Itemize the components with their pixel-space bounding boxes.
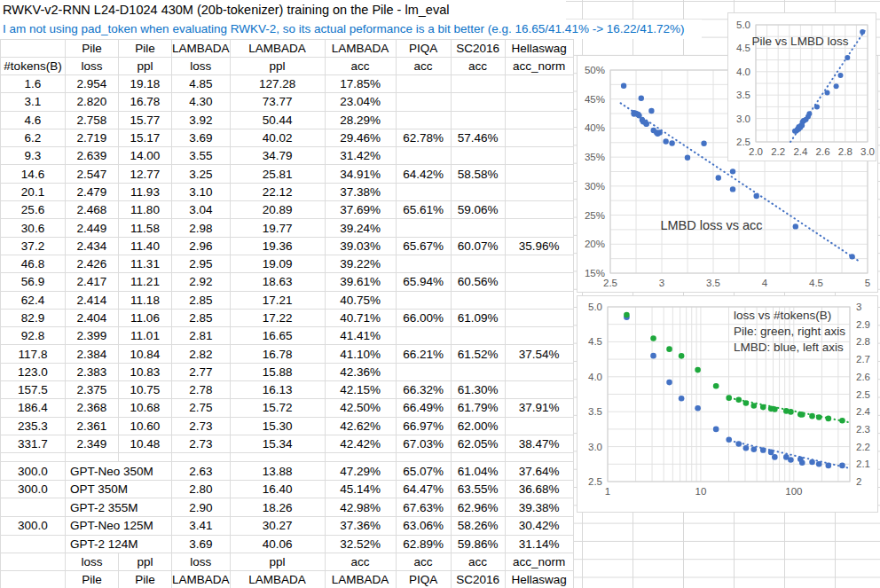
cell[interactable]: 18.26: [230, 498, 325, 517]
cell[interactable]: 37.36%: [325, 517, 396, 536]
cell[interactable]: 40.75%: [325, 291, 396, 309]
chart-loss-vs-tokens[interactable]: 1101002.53.03.54.04.55.022.12.22.32.42.5…: [577, 295, 878, 513]
cell[interactable]: Pile: [66, 571, 119, 588]
cell[interactable]: [396, 453, 451, 462]
cell[interactable]: acc: [396, 58, 451, 75]
cell[interactable]: [505, 381, 573, 399]
cell[interactable]: 56.9: [1, 273, 66, 291]
cell[interactable]: 2.375: [66, 381, 119, 399]
cell[interactable]: 11.31: [119, 255, 172, 272]
cell[interactable]: 34.91%: [325, 165, 396, 183]
cell[interactable]: 31.42%: [325, 147, 396, 165]
cell[interactable]: 41.10%: [325, 345, 396, 363]
cell[interactable]: 2.426: [66, 255, 119, 272]
cell[interactable]: 11.93: [119, 183, 172, 200]
cell[interactable]: 65.67%: [396, 237, 451, 255]
cell[interactable]: 17.22: [230, 309, 325, 326]
cell[interactable]: acc_norm: [505, 58, 573, 75]
cell[interactable]: 58.58%: [451, 165, 505, 183]
cell[interactable]: loss: [66, 58, 119, 75]
cell[interactable]: 82.9: [1, 309, 66, 326]
cell[interactable]: 20.89: [230, 201, 325, 219]
cell[interactable]: [505, 309, 573, 326]
cell[interactable]: [66, 453, 119, 462]
cell[interactable]: [451, 255, 505, 272]
cell[interactable]: 10.75: [119, 381, 172, 399]
cell[interactable]: 19.36: [230, 237, 325, 255]
cell[interactable]: 38.47%: [505, 435, 573, 452]
cell[interactable]: 62.00%: [451, 417, 505, 435]
cell[interactable]: 41.41%: [325, 327, 396, 345]
cell[interactable]: 66.97%: [396, 417, 451, 435]
cell[interactable]: LAMBADA: [325, 40, 396, 58]
cell[interactable]: SC2016: [451, 571, 505, 588]
cell[interactable]: 31.14%: [505, 535, 573, 553]
cell[interactable]: [396, 363, 451, 380]
cell[interactable]: 42.15%: [325, 381, 396, 399]
cell[interactable]: 2.73: [172, 417, 231, 435]
cell[interactable]: loss: [66, 553, 119, 571]
cell[interactable]: [172, 453, 231, 462]
cell[interactable]: 62.78%: [396, 129, 451, 146]
cell[interactable]: 2.361: [66, 417, 119, 435]
cell[interactable]: 35.96%: [505, 237, 573, 255]
cell[interactable]: Pile: [119, 571, 172, 588]
cell[interactable]: 11.18: [119, 291, 172, 309]
cell[interactable]: 2.95: [172, 255, 231, 272]
cell[interactable]: [396, 255, 451, 272]
cell[interactable]: LAMBADA: [172, 571, 231, 588]
cell[interactable]: 67.03%: [396, 435, 451, 452]
cell[interactable]: [1, 453, 66, 462]
cell[interactable]: PIQA: [396, 571, 451, 588]
cell[interactable]: 36.68%: [505, 480, 573, 498]
cell[interactable]: [451, 111, 505, 129]
cell[interactable]: 2.954: [66, 75, 119, 93]
cell[interactable]: [505, 129, 573, 146]
cell[interactable]: [451, 219, 505, 237]
cell[interactable]: LAMBADA: [325, 571, 396, 588]
cell[interactable]: 186.4: [1, 399, 66, 417]
cell[interactable]: 37.38%: [325, 183, 396, 200]
cell[interactable]: 11.21: [119, 273, 172, 291]
cell[interactable]: Pile: [119, 40, 172, 58]
cell[interactable]: 46.8: [1, 255, 66, 272]
cell[interactable]: 2.434: [66, 237, 119, 255]
cell[interactable]: 16.13: [230, 381, 325, 399]
cell[interactable]: [119, 453, 172, 462]
cell[interactable]: [451, 291, 505, 309]
cell[interactable]: #tokens(B): [1, 58, 66, 75]
chart-pile-vs-lmbd-loss[interactable]: 2.02.22.42.62.83.02.53.03.54.04.55.0Pile…: [727, 12, 876, 161]
cell[interactable]: 2.404: [66, 309, 119, 326]
cell[interactable]: 10.83: [119, 363, 172, 380]
cell[interactable]: [396, 75, 451, 93]
cell[interactable]: 45.14%: [325, 480, 396, 498]
cell[interactable]: [451, 327, 505, 345]
sheet-note-cell[interactable]: I am not using pad_token when evaluating…: [0, 20, 702, 39]
cell[interactable]: 157.5: [1, 381, 66, 399]
cell[interactable]: 42.42%: [325, 435, 396, 452]
cell[interactable]: 66.00%: [396, 309, 451, 326]
cell[interactable]: 123.0: [1, 363, 66, 380]
cell[interactable]: 2.399: [66, 327, 119, 345]
cell[interactable]: acc: [451, 553, 505, 571]
cell[interactable]: 2.639: [66, 147, 119, 165]
cell[interactable]: LAMBADA: [172, 40, 231, 58]
cell[interactable]: [1, 553, 66, 571]
cell[interactable]: loss: [172, 58, 231, 75]
cell[interactable]: LAMBADA: [230, 571, 325, 588]
cell[interactable]: 17.21: [230, 291, 325, 309]
cell[interactable]: 39.03%: [325, 237, 396, 255]
cell[interactable]: 15.34: [230, 435, 325, 452]
cell[interactable]: [505, 75, 573, 93]
cell[interactable]: 62.4: [1, 291, 66, 309]
cell[interactable]: 66.32%: [396, 381, 451, 399]
cell[interactable]: [396, 111, 451, 129]
cell[interactable]: SC2016: [451, 40, 505, 58]
cell[interactable]: 10.84: [119, 345, 172, 363]
cell[interactable]: 4.30: [172, 93, 231, 111]
cell[interactable]: 25.81: [230, 165, 325, 183]
cell[interactable]: 57.46%: [451, 129, 505, 146]
cell[interactable]: 1.6: [1, 75, 66, 93]
cell[interactable]: 61.04%: [451, 462, 505, 481]
cell[interactable]: [1, 535, 66, 553]
